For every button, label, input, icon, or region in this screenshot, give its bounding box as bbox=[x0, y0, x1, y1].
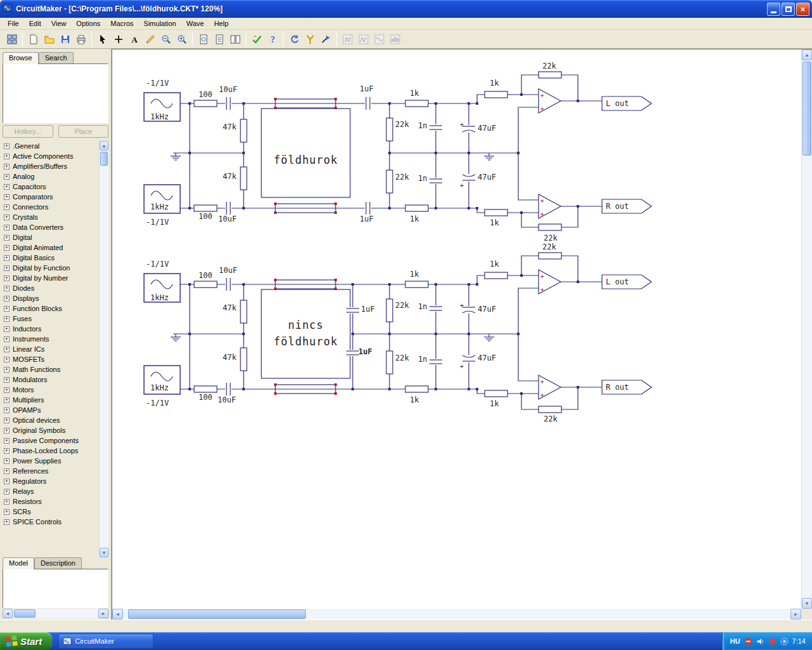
resistor[interactable] bbox=[386, 299, 393, 322]
cursor-tool-button[interactable] bbox=[95, 32, 110, 47]
expand-icon[interactable]: + bbox=[4, 184, 10, 190]
polarized-capacitor[interactable] bbox=[462, 355, 476, 362]
resistor[interactable] bbox=[405, 281, 428, 288]
antivirus-icon[interactable] bbox=[744, 637, 752, 646]
tree-item-function-blocks[interactable]: +Function Blocks bbox=[3, 303, 99, 314]
expand-icon[interactable]: + bbox=[4, 397, 10, 403]
logic-analyzer-button[interactable] bbox=[339, 32, 355, 47]
ground-symbol[interactable] bbox=[484, 153, 494, 160]
resistor[interactable] bbox=[386, 351, 393, 374]
browse-panel-button[interactable] bbox=[4, 32, 20, 47]
tree-item-comparators[interactable]: +Comparators bbox=[3, 192, 99, 202]
menu-simulation[interactable]: Simulation bbox=[138, 18, 181, 29]
fit-page-button[interactable] bbox=[195, 32, 211, 47]
tree-item-fuses[interactable]: +Fuses bbox=[3, 314, 99, 324]
resistor[interactable] bbox=[405, 100, 428, 107]
expand-icon[interactable]: + bbox=[4, 479, 10, 484]
canvas-vscrollbar[interactable]: ▲ ▼ bbox=[801, 50, 812, 609]
expand-icon[interactable]: + bbox=[4, 154, 10, 159]
tree-item-amplifiers-buffers[interactable]: +Amplifiers/Buffers bbox=[3, 161, 99, 171]
expand-icon[interactable]: + bbox=[4, 448, 10, 454]
messenger-icon[interactable] bbox=[780, 637, 789, 646]
expand-icon[interactable]: + bbox=[4, 235, 10, 241]
expand-icon[interactable]: + bbox=[4, 225, 10, 230]
place-button[interactable]: Place bbox=[58, 125, 109, 138]
menu-options[interactable]: Options bbox=[71, 18, 105, 29]
capacitor[interactable] bbox=[225, 201, 232, 215]
split-view-button[interactable] bbox=[227, 32, 243, 47]
model-scrollbar-thumb[interactable] bbox=[14, 609, 36, 618]
start-button[interactable]: Start bbox=[0, 632, 52, 650]
scroll-down-icon[interactable]: ▼ bbox=[802, 598, 812, 609]
cable-winding[interactable] bbox=[274, 98, 337, 109]
scroll-down-icon[interactable]: ▼ bbox=[100, 548, 108, 557]
resistor[interactable] bbox=[194, 100, 217, 107]
tree-item-capacitors[interactable]: +Capacitors bbox=[3, 182, 99, 192]
edit-tool-button[interactable] bbox=[142, 32, 158, 47]
menu-edit[interactable]: Edit bbox=[24, 18, 46, 29]
expand-icon[interactable]: + bbox=[4, 296, 10, 302]
expand-icon[interactable]: + bbox=[4, 468, 10, 474]
expand-icon[interactable]: + bbox=[4, 255, 10, 261]
polarized-capacitor[interactable] bbox=[462, 125, 476, 133]
resistor[interactable] bbox=[405, 205, 428, 211]
expand-icon[interactable]: + bbox=[4, 347, 10, 352]
resistor[interactable] bbox=[485, 272, 508, 279]
model-scrollbar[interactable]: ◄ ► bbox=[3, 609, 108, 618]
canvas-vscrollbar-thumb[interactable] bbox=[802, 62, 811, 156]
capacitor[interactable] bbox=[365, 96, 371, 110]
resistor[interactable] bbox=[485, 390, 508, 397]
resistor[interactable] bbox=[485, 91, 508, 98]
resistor[interactable] bbox=[539, 406, 561, 413]
capacitor[interactable] bbox=[225, 382, 232, 396]
canvas-hscrollbar-thumb[interactable] bbox=[128, 609, 306, 619]
resistor[interactable] bbox=[386, 118, 393, 141]
expand-icon[interactable]: + bbox=[4, 326, 10, 332]
capacitor[interactable] bbox=[365, 201, 371, 215]
tab-description[interactable]: Description bbox=[34, 557, 82, 569]
tab-search[interactable]: Search bbox=[39, 52, 74, 63]
expand-icon[interactable]: + bbox=[4, 408, 10, 413]
tree-item-passive-components[interactable]: +Passive Components bbox=[3, 435, 99, 446]
tree-item-references[interactable]: +References bbox=[3, 466, 99, 476]
tab-model[interactable]: Model bbox=[3, 557, 34, 569]
open-folder-button[interactable] bbox=[41, 32, 57, 47]
expand-icon[interactable]: + bbox=[4, 164, 10, 169]
tree-item-phase-locked-loops[interactable]: +Phase-Locked Loops bbox=[3, 446, 99, 456]
volume-icon[interactable] bbox=[756, 637, 764, 646]
text-tool-button[interactable]: A bbox=[126, 32, 142, 47]
expand-icon[interactable]: + bbox=[4, 306, 10, 312]
polarized-capacitor[interactable] bbox=[462, 306, 476, 314]
menu-file[interactable]: File bbox=[3, 18, 24, 29]
tree-item-digital-by-number[interactable]: +Digital by Number bbox=[3, 273, 99, 283]
tree-scrollbar-thumb[interactable] bbox=[100, 152, 108, 166]
maximize-button[interactable] bbox=[782, 3, 795, 16]
expand-icon[interactable]: + bbox=[4, 245, 10, 251]
run-tool-button[interactable] bbox=[318, 32, 334, 47]
tree-item-regulators[interactable]: +Regulators bbox=[3, 476, 99, 486]
menu-view[interactable]: View bbox=[46, 18, 72, 29]
minimize-button[interactable] bbox=[767, 3, 780, 16]
capacitor[interactable] bbox=[429, 178, 443, 184]
tree-item-connectors[interactable]: +Connectors bbox=[3, 202, 99, 212]
capacitor[interactable] bbox=[429, 359, 443, 365]
expand-icon[interactable]: + bbox=[4, 286, 10, 291]
waveform-viewer-button[interactable] bbox=[387, 32, 403, 47]
simulation-check-button[interactable] bbox=[249, 32, 265, 47]
help-button[interactable]: ? bbox=[265, 32, 280, 47]
tree-item-motors[interactable]: +Motors bbox=[3, 385, 99, 395]
probe-tool-button[interactable] bbox=[302, 32, 318, 47]
resistor[interactable] bbox=[194, 386, 217, 392]
tree-item-spice-controls[interactable]: +SPICE Controls bbox=[3, 517, 99, 527]
expand-icon[interactable]: + bbox=[4, 336, 10, 342]
expand-icon[interactable]: + bbox=[4, 418, 10, 423]
tree-item-multipliers[interactable]: +Multipliers bbox=[3, 395, 99, 405]
tree-item-resistors[interactable]: +Resistors bbox=[3, 496, 99, 507]
resistor[interactable] bbox=[405, 386, 428, 392]
polarized-capacitor[interactable] bbox=[462, 174, 476, 182]
no-ground-loop-box[interactable] bbox=[261, 289, 350, 378]
tree-item-digital-animated[interactable]: +Digital Animated bbox=[3, 242, 99, 253]
tree-item-data-converters[interactable]: +Data Converters bbox=[3, 222, 99, 232]
schematic-canvas[interactable]: -1/1V1kHz10010uF47kföldhurok1uF22k1k1n+4… bbox=[112, 49, 812, 620]
tree-item-opamps[interactable]: +OPAMPs bbox=[3, 405, 99, 415]
